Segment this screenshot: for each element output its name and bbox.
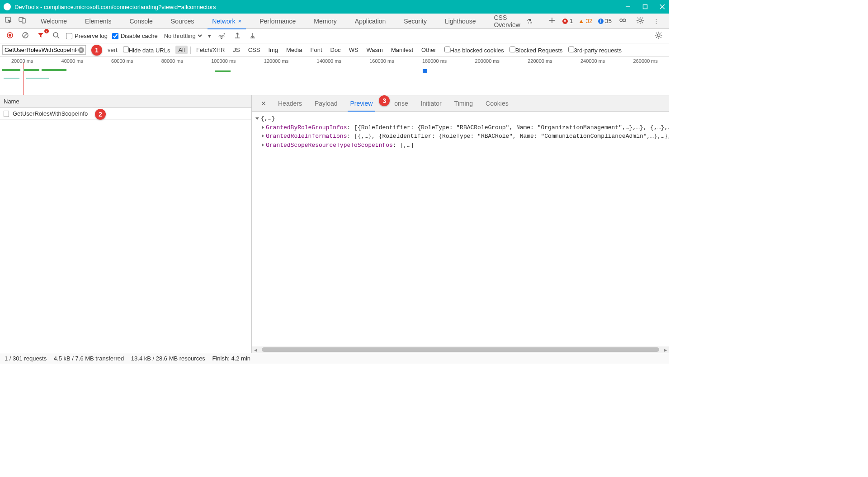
svg-point-16 — [53, 33, 58, 37]
has-blocked-cookies-checkbox[interactable]: Has blocked cookies — [444, 47, 504, 54]
clear-filter-icon[interactable]: ✕ — [78, 47, 84, 53]
filter-divider — [190, 47, 191, 54]
detail-tab-cookies[interactable]: Cookies — [479, 95, 515, 112]
horizontal-scrollbar[interactable]: ◂ ▸ — [252, 346, 669, 353]
json-value: : [{,…}, {RoleIdentifier: {RoleType: "RB… — [347, 133, 669, 140]
tab-security[interactable]: Security — [395, 14, 436, 29]
detail-tab-timing[interactable]: Timing — [448, 95, 480, 112]
filter-type-media[interactable]: Media — [283, 46, 305, 54]
tab-application[interactable]: Application — [346, 14, 395, 29]
expand-caret-icon[interactable] — [262, 134, 264, 138]
upload-har-icon[interactable] — [232, 32, 243, 40]
filter-type-js[interactable]: JS — [230, 46, 242, 54]
timeline-tick: 260000 ms — [633, 58, 658, 64]
filter-bar: ✕ 1 vert Hide data URLs AllFetch/XHRJSCS… — [0, 43, 669, 57]
detail-tab-preview[interactable]: Preview — [344, 95, 379, 112]
tab-welcome[interactable]: Welcome — [32, 14, 76, 29]
close-button[interactable] — [659, 4, 665, 10]
filter-type-fetch-xhr[interactable]: Fetch/XHR — [193, 46, 228, 54]
svg-line-17 — [57, 37, 59, 38]
tab-memory[interactable]: Memory — [305, 14, 346, 29]
filter-type-ws[interactable]: WS — [346, 46, 361, 54]
svg-rect-1 — [643, 5, 647, 9]
detail-tab-headers[interactable]: Headers — [272, 95, 308, 112]
scroll-left-icon[interactable]: ◂ — [252, 346, 259, 353]
timeline-tick: 220000 ms — [528, 58, 552, 64]
filter-type-all[interactable]: All — [175, 46, 187, 54]
tab-elements[interactable]: Elements — [76, 14, 120, 29]
tab-lighthouse[interactable]: Lighthouse — [436, 14, 485, 29]
third-party-checkbox[interactable]: 3rd-party requests — [568, 47, 622, 54]
tab-css-overview[interactable]: CSS Overview⚗ — [485, 14, 542, 29]
filter-type-manifest[interactable]: Manifest — [388, 46, 416, 54]
minimize-button[interactable] — [625, 4, 631, 10]
blocked-requests-checkbox[interactable]: Blocked Requests — [509, 47, 563, 54]
add-tab-button[interactable] — [542, 17, 562, 25]
expand-caret-icon[interactable] — [262, 143, 264, 147]
timeline-tick: 80000 ms — [161, 58, 183, 64]
filter-type-css[interactable]: CSS — [245, 46, 263, 54]
customize-icon[interactable] — [617, 16, 629, 26]
request-row[interactable]: GetUserRolesWithScopeInfo — [0, 108, 251, 120]
error-count-badge[interactable]: ✕1 — [562, 18, 573, 24]
hide-data-urls-checkbox[interactable]: Hide data URLs — [123, 47, 170, 54]
scrollbar-thumb[interactable] — [262, 347, 659, 352]
warning-count-badge[interactable]: ▲ 32 — [578, 18, 592, 24]
timeline-tick: 200000 ms — [475, 58, 500, 64]
record-button[interactable] — [5, 32, 15, 40]
invert-label-fragment: vert — [108, 47, 118, 53]
expand-caret-icon[interactable] — [255, 117, 259, 120]
detail-tab-initiator[interactable]: Initiator — [415, 95, 448, 112]
filter-type-img[interactable]: Img — [265, 46, 281, 54]
network-timeline[interactable]: 20000 ms40000 ms60000 ms80000 ms100000 m… — [0, 57, 669, 95]
request-list-header[interactable]: Name — [0, 95, 251, 108]
response-preview[interactable]: {,…} GrantedByRoleGroupInfos: [{RoleIden… — [252, 112, 669, 346]
detail-tab-response[interactable]: onse — [388, 95, 414, 112]
close-detail-button[interactable]: ✕ — [255, 100, 272, 107]
filter-icon[interactable] — [35, 32, 46, 40]
filter-type-font[interactable]: Font — [307, 46, 325, 54]
timeline-tick: 100000 ms — [211, 58, 236, 64]
download-har-icon[interactable] — [247, 32, 258, 40]
filter-type-other[interactable]: Other — [419, 46, 439, 54]
status-transferred: 4.5 kB / 7.6 MB transferred — [54, 355, 124, 362]
filter-type-doc[interactable]: Doc — [328, 46, 344, 54]
filter-type-wasm[interactable]: Wasm — [364, 46, 386, 54]
network-split-view: Name GetUserRolesWithScopeInfo2 ✕ Header… — [0, 95, 669, 353]
more-menu-icon[interactable]: ⋮ — [651, 18, 661, 24]
scroll-right-icon[interactable]: ▸ — [662, 346, 669, 353]
timeline-tick: 140000 ms — [317, 58, 341, 64]
timeline-tick: 60000 ms — [111, 58, 133, 64]
device-toolbar-icon[interactable] — [18, 16, 26, 26]
tab-performance[interactable]: Performance — [250, 14, 305, 29]
window-title: DevTools - compliance.microsoft.com/conn… — [14, 4, 625, 10]
settings-gear-icon[interactable] — [634, 16, 646, 26]
info-count-badge[interactable]: i35 — [598, 18, 612, 24]
expand-caret-icon[interactable] — [262, 126, 264, 129]
tab-network[interactable]: Network× — [203, 14, 250, 29]
search-icon[interactable] — [51, 32, 61, 40]
clear-log-icon[interactable] — [20, 32, 31, 40]
svg-point-21 — [657, 34, 660, 37]
inspect-element-icon[interactable] — [5, 16, 13, 26]
preserve-log-checkbox[interactable]: Preserve log — [66, 33, 108, 39]
filter-input[interactable] — [2, 45, 86, 55]
close-tab-icon[interactable]: × — [238, 18, 242, 24]
devtools-logo-icon — [4, 3, 11, 10]
titlebar: DevTools - compliance.microsoft.com/conn… — [0, 0, 669, 14]
svg-line-15 — [24, 33, 27, 37]
json-value: : [,…] — [393, 142, 414, 149]
svg-point-11 — [639, 19, 642, 22]
maximize-button[interactable] — [642, 4, 648, 10]
network-conditions-icon[interactable] — [216, 31, 227, 41]
svg-point-9 — [620, 19, 623, 22]
tab-sources[interactable]: Sources — [162, 14, 203, 29]
network-settings-icon[interactable] — [653, 31, 665, 41]
json-key: GrantedByRoleGroupInfos — [266, 124, 347, 131]
throttling-caret-icon[interactable]: ▾ — [208, 33, 211, 39]
detail-tab-payload[interactable]: Payload — [308, 95, 344, 112]
disable-cache-checkbox[interactable]: Disable cache — [112, 33, 158, 39]
status-requests: 1 / 301 requests — [5, 355, 47, 362]
tab-console[interactable]: Console — [120, 14, 161, 29]
throttling-select[interactable]: No throttling — [162, 32, 203, 40]
